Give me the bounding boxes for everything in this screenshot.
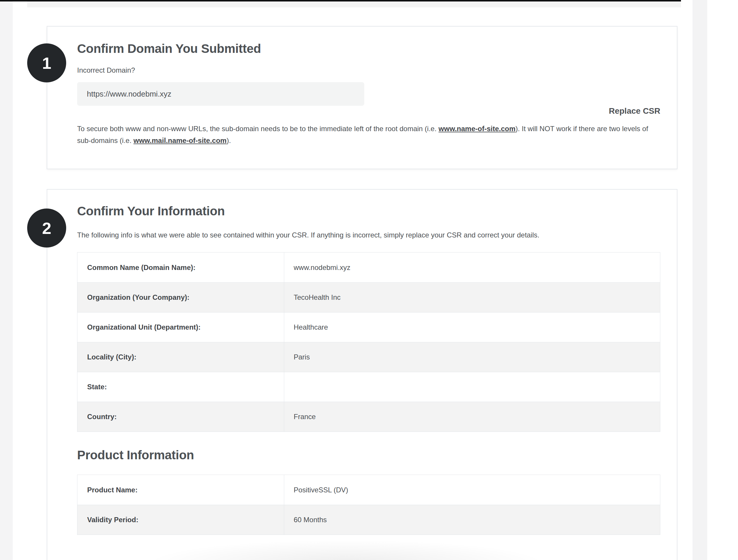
row-label: Product Name: <box>77 475 284 505</box>
card1-title: Confirm Domain You Submitted <box>77 42 261 55</box>
row-value: TecoHealth Inc <box>284 283 660 312</box>
row-value: France <box>284 402 660 432</box>
table-row: Organization (Your Company): TecoHealth … <box>77 283 660 312</box>
row-value: www.nodebmi.xyz <box>284 252 660 283</box>
table-row: Common Name (Domain Name): www.nodebmi.x… <box>77 252 660 283</box>
domain-display-field[interactable]: https://www.nodebmi.xyz <box>77 82 364 106</box>
table-row: Locality (City): Paris <box>77 342 660 372</box>
row-label: Common Name (Domain Name): <box>77 252 284 283</box>
row-value: 60 Months <box>284 505 660 535</box>
row-label: Organization (Your Company): <box>77 283 284 312</box>
confirm-information-card: Confirm Your Information The following i… <box>47 189 677 560</box>
table-row: Country: France <box>77 402 660 432</box>
row-label: Locality (City): <box>77 342 284 372</box>
row-label: Organizational Unit (Department): <box>77 313 284 342</box>
table-row: Validity Period: 60 Months <box>77 505 660 535</box>
card2-description: The following info is what we were able … <box>77 231 662 239</box>
row-value: PositiveSSL (DV) <box>284 475 660 505</box>
step-1-number: 1 <box>42 53 51 73</box>
row-value: Healthcare <box>284 313 660 342</box>
incorrect-domain-label: Incorrect Domain? <box>77 66 135 75</box>
step-2-number: 2 <box>42 218 51 238</box>
table-row: State: <box>77 372 660 402</box>
note-text-3: ). <box>227 136 231 144</box>
row-label: Country: <box>77 402 284 432</box>
table-row: Product Name: PositiveSSL (DV) <box>77 475 660 505</box>
product-info-table: Product Name: PositiveSSL (DV) Validity … <box>77 475 660 535</box>
step-2-badge: 2 <box>27 208 66 247</box>
note-text-1: To secure both www and non-www URLs, the… <box>77 125 438 133</box>
row-value: Paris <box>284 342 660 372</box>
row-value <box>284 372 660 402</box>
table-row: Organizational Unit (Department): Health… <box>77 312 660 342</box>
left-gutter <box>0 1 13 560</box>
header-strip <box>27 1 681 7</box>
row-label: State: <box>77 372 284 402</box>
confirm-domain-card: Confirm Domain You Submitted Incorrect D… <box>47 26 677 169</box>
csr-info-table: Common Name (Domain Name): www.nodebmi.x… <box>77 252 660 432</box>
page: Confirm Domain You Submitted Incorrect D… <box>0 0 738 560</box>
example-domain-2: www.mail.name-of-site.com <box>133 136 227 144</box>
product-information-heading: Product Information <box>77 448 194 462</box>
replace-csr-link[interactable]: Replace CSR <box>609 106 660 116</box>
domain-note: To secure both www and non-www URLs, the… <box>77 123 662 146</box>
card2-title: Confirm Your Information <box>77 204 225 218</box>
domain-value: https://www.nodebmi.xyz <box>77 82 364 106</box>
row-label: Validity Period: <box>77 505 284 535</box>
example-domain-1: www.name-of-site.com <box>438 125 515 133</box>
step-1-badge: 1 <box>27 43 66 82</box>
scrollbar-track[interactable] <box>693 0 707 560</box>
